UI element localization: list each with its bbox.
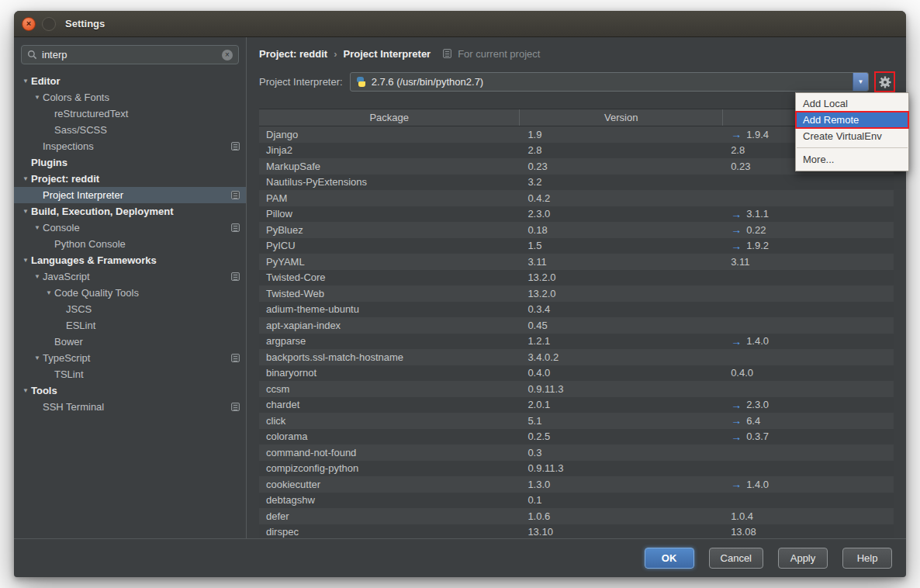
tree-item-label: Console [43,222,80,233]
maximize-button[interactable] [42,17,56,31]
gear-button[interactable] [876,73,894,91]
clear-search-icon[interactable]: × [222,50,233,61]
search-box[interactable]: × [21,45,239,64]
table-row-dirspec[interactable]: dirspec13.1013.08 [259,524,894,539]
latest-version-label: 1.9.2 [746,240,769,251]
table-row-twisted-web[interactable]: Twisted-Web13.2.0 [259,285,894,302]
tree-item-typescript[interactable]: ▼TypeScript [14,350,246,366]
package-name-cell: chardet [259,399,519,410]
help-button[interactable]: Help [842,548,892,569]
menu-separator [797,147,908,148]
column-header-package[interactable]: Package [259,109,519,126]
column-header-version[interactable]: Version [519,109,722,126]
tree-item-tools[interactable]: ▼Tools [14,382,246,399]
tree-item-javascript[interactable]: ▼JavaScript [14,268,246,285]
expander-icon[interactable]: ▼ [20,78,31,85]
menu-item-more[interactable]: More... [796,151,908,168]
table-row-click[interactable]: click5.1→6.4 [259,413,894,429]
tree-item-project-reddit[interactable]: ▼Project: reddit [14,171,246,187]
package-name-cell: dirspec [259,526,519,538]
table-row-pyicu[interactable]: PyICU1.5→1.9.2 [259,238,894,254]
ok-button[interactable]: OK [645,548,694,569]
menu-item-add-remote[interactable]: Add Remote [796,112,908,128]
table-row-pybluez[interactable]: PyBluez0.18→0.22 [259,222,894,238]
latest-version-label: 0.4.0 [731,367,753,379]
table-row-cookiecutter[interactable]: cookiecutter1.3.0→1.4.0 [259,476,894,493]
breadcrumb-project[interactable]: Project: reddit [259,48,327,60]
tree-item-console[interactable]: ▼Console [14,220,246,236]
table-row-apt-xapian-index[interactable]: apt-xapian-index0.45 [259,317,894,334]
expander-icon[interactable]: ▼ [32,94,43,101]
expander-icon[interactable]: ▼ [20,387,31,394]
tree-item-project-interpreter[interactable]: Project Interpreter [14,187,246,203]
expander-icon[interactable]: ▼ [20,175,31,182]
expander-icon[interactable]: ▼ [43,289,54,296]
table-row-debtagshw[interactable]: debtagshw0.1 [259,493,894,509]
version-cell: 2.8 [519,144,722,156]
tree-item-sass-scss[interactable]: Sass/SCSS [14,122,246,138]
tree-item-python-console[interactable]: Python Console [14,236,246,252]
combobox-arrow-button[interactable]: ▼ [853,73,868,91]
tree-item-bower[interactable]: Bower [14,334,246,350]
tree-item-inspections[interactable]: Inspections [14,138,246,154]
cancel-button[interactable]: Cancel [709,548,763,569]
latest-cell: →1.4.0 [722,479,894,490]
tree-item-build-execution-deployment[interactable]: ▼Build, Execution, Deployment [14,203,246,220]
tree-item-label: Project: reddit [31,173,99,185]
tree-item-languages-frameworks[interactable]: ▼Languages & Frameworks [14,252,246,268]
package-name-cell: command-not-found [259,447,519,458]
menu-item-add-local[interactable]: Add Local [796,95,908,112]
table-row-pillow[interactable]: Pillow2.3.0→3.1.1 [259,206,894,223]
table-row-pyyaml[interactable]: PyYAML3.113.11 [259,254,894,270]
tree-item-code-quality-tools[interactable]: ▼Code Quality Tools [14,285,246,301]
package-name-cell: Twisted-Web [259,288,519,299]
table-row-command-not-found[interactable]: command-not-found0.3 [259,444,894,461]
tree-item-jscs[interactable]: JSCS [14,301,246,317]
table-row-nautilus-pyextensions[interactable]: Nautilus-PyExtensions3.2 [259,175,894,191]
table-row-argparse[interactable]: argparse1.2.1→1.4.0 [259,334,894,350]
table-row-adium-theme-ubuntu[interactable]: adium-theme-ubuntu0.3.4 [259,302,894,318]
table-row-ccsm[interactable]: ccsm0.9.11.3 [259,381,894,397]
upgrade-arrow-icon: → [731,336,742,347]
dialog-content: × ▼Editor▼Colors & FontsreStructuredText… [14,37,906,538]
upgrade-arrow-icon: → [731,431,742,442]
expander-icon[interactable]: ▼ [20,257,31,264]
tree-item-restructuredtext[interactable]: reStructuredText [14,105,246,122]
tree-item-eslint[interactable]: ESLint [14,317,246,334]
expander-icon[interactable]: ▼ [32,355,43,361]
tree-item-colors-fonts[interactable]: ▼Colors & Fonts [14,89,246,105]
table-row-binaryornot[interactable]: binaryornot0.4.00.4.0 [259,365,894,382]
package-name-cell: PAM [259,192,519,204]
expander-icon[interactable]: ▼ [32,224,43,231]
titlebar[interactable]: × Settings [14,11,906,37]
expander-icon[interactable]: ▼ [32,273,43,280]
close-button[interactable]: × [22,17,36,31]
tree-item-tslint[interactable]: TSLint [14,366,246,382]
table-row-pam[interactable]: PAM0.4.2 [259,190,894,206]
apply-button[interactable]: Apply [778,548,828,569]
latest-version-label: 2.3.0 [746,399,769,410]
tree-item-ssh-terminal[interactable]: SSH Terminal [14,399,246,415]
table-row-defer[interactable]: defer1.0.61.0.4 [259,508,894,524]
search-input[interactable] [42,49,217,61]
table-row-chardet[interactable]: chardet2.0.1→2.3.0 [259,397,894,413]
table-row-twisted-core[interactable]: Twisted-Core13.2.0 [259,270,894,286]
latest-version-label: 6.4 [746,415,760,427]
table-row-backports-ssl-match-hostname[interactable]: backports.ssl-match-hostname3.4.0.2 [259,349,894,365]
tree-item-label: Tools [31,385,57,396]
menu-item-create-virtualenv[interactable]: Create VirtualEnv [796,128,908,144]
latest-version-label: 0.22 [746,224,766,236]
breadcrumb-page[interactable]: Project Interpreter [343,48,431,60]
tree-item-plugins[interactable]: Plugins [14,154,246,171]
table-row-compizconfig-python[interactable]: compizconfig-python0.9.11.3 [259,461,894,477]
interpreter-value: 2.7.6 (/usr/bin/python2.7) [372,76,847,88]
version-cell: 0.23 [519,161,722,172]
interpreter-combobox[interactable]: 2.7.6 (/usr/bin/python2.7) ▼ [350,72,869,92]
version-cell: 1.3.0 [519,479,722,490]
table-row-colorama[interactable]: colorama0.2.5→0.3.7 [259,429,894,445]
tree-item-editor[interactable]: ▼Editor [14,73,246,89]
settings-page-icon [231,191,240,199]
tree-item-label: JavaScript [43,271,90,282]
expander-icon[interactable]: ▼ [20,208,31,215]
version-cell: 0.3 [519,447,722,458]
